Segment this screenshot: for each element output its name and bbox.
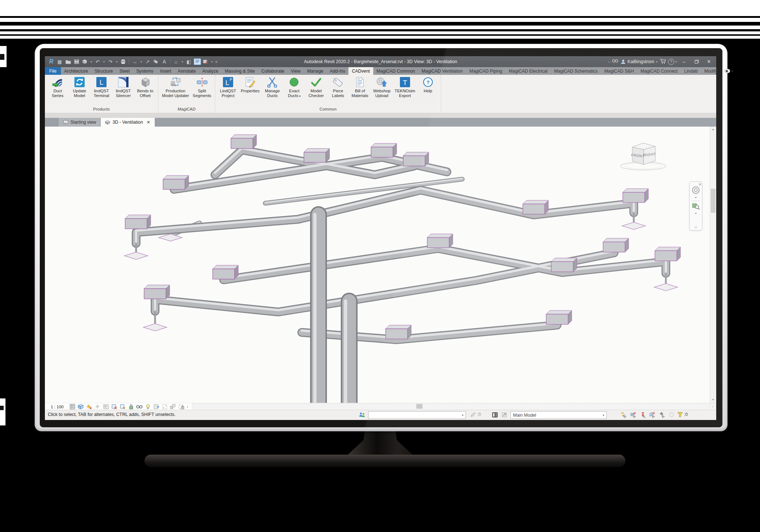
filter-icon[interactable] <box>676 411 684 418</box>
properties-button[interactable]: Properties <box>239 76 262 93</box>
add-to-set-icon[interactable] <box>500 411 508 418</box>
aligned-dimension-icon[interactable]: ↗ <box>144 58 151 66</box>
displaced-elements-icon[interactable] <box>169 404 177 410</box>
tab-collaborate[interactable]: Collaborate <box>258 67 288 75</box>
reveal-constraints-icon[interactable] <box>178 404 185 410</box>
redo-icon[interactable]: ↷ <box>107 58 114 66</box>
save-icon[interactable] <box>73 58 80 66</box>
help-button[interactable]: ? Help <box>417 76 439 93</box>
zoom-icon[interactable] <box>692 202 700 211</box>
dropdown-caret-icon[interactable]: ▾ <box>89 58 93 66</box>
steering-wheel-icon[interactable] <box>691 186 700 196</box>
scroll-right-icon[interactable]: › <box>710 403 716 410</box>
tab-view[interactable]: View <box>288 67 304 75</box>
tab-analyze[interactable]: Analyze <box>199 67 222 75</box>
tab-insert[interactable]: Insert <box>157 67 175 75</box>
temporary-view-properties-icon[interactable] <box>153 404 160 410</box>
drawing-canvas-3d-view[interactable] <box>46 127 703 403</box>
scale-button[interactable]: 1 : 100 <box>45 405 69 409</box>
dropdown-caret-icon[interactable]: ▾ <box>695 196 697 199</box>
crop-view-icon[interactable] <box>111 404 118 410</box>
tab-magicad-common[interactable]: MagiCAD Common <box>373 67 418 75</box>
tab-add-ins[interactable]: Add-Ins <box>327 67 348 75</box>
close-view-icon[interactable]: ✕ <box>147 120 150 125</box>
teknosim-export-button[interactable]: T TEKNOsim Export <box>393 76 417 98</box>
open-icon[interactable] <box>64 58 72 66</box>
collapse-view-bar-icon[interactable]: ‹ <box>187 405 188 409</box>
select-links-icon[interactable] <box>620 411 628 418</box>
piece-labels-button[interactable]: Piece Labels <box>327 76 349 98</box>
navbar-close-icon[interactable]: ⊗ <box>698 183 701 186</box>
show-rendering-dialog-icon[interactable] <box>102 404 109 410</box>
search-icon[interactable] <box>612 59 618 65</box>
bends-to-offset-button[interactable]: Bends to Offset <box>134 76 156 98</box>
drawing-area[interactable]: FRONT RIGHT ⊗ ▾ ▾ ⊙ ▲ <box>45 127 716 403</box>
dropdown-caret-icon[interactable]: ▾ <box>115 58 119 66</box>
design-options-icon[interactable] <box>491 411 499 418</box>
dropdown-caret-icon[interactable]: ▾ <box>139 58 143 66</box>
tab-magicad-sh[interactable]: MagiCAD S&H <box>601 67 637 75</box>
bill-of-materials-button[interactable]: Bill of Materials <box>349 76 371 98</box>
detail-level-icon[interactable] <box>69 404 76 410</box>
restore-button[interactable] <box>691 58 702 66</box>
measure-icon[interactable]: ↔ <box>131 58 139 66</box>
shadows-icon[interactable] <box>94 404 101 410</box>
text-icon[interactable]: A <box>161 58 168 66</box>
tab-structure[interactable]: Structure <box>91 67 116 75</box>
temporary-hide-isolate-icon[interactable] <box>136 404 143 410</box>
worksets-icon[interactable] <box>358 411 366 418</box>
tab-systems[interactable]: Systems <box>133 67 157 75</box>
lindqst-terminal-button[interactable]: L lindQST Terminal <box>90 76 112 98</box>
tab-file[interactable]: File <box>45 67 61 75</box>
tab-magicad-electrical[interactable]: MagiCAD Electrical <box>506 67 551 75</box>
file-properties-icon[interactable]: ▦ <box>56 58 63 66</box>
tag-icon[interactable] <box>152 58 160 66</box>
scroll-down-icon[interactable]: ▼ <box>710 397 716 403</box>
sync-icon[interactable] <box>81 58 89 66</box>
tab-cadvent[interactable]: CADvent <box>348 67 373 75</box>
tab-magicad-piping[interactable]: MagiCAD Piping <box>466 67 505 75</box>
minimize-button[interactable]: – <box>679 58 689 66</box>
tab-manage[interactable]: Manage <box>304 67 327 75</box>
revit-logo-icon[interactable]: R <box>47 58 55 66</box>
tab-modify[interactable]: Modify <box>701 67 721 75</box>
navbar-handle-icon[interactable]: ⊙ <box>694 225 697 229</box>
dropdown-caret-icon[interactable]: ▾ <box>210 58 214 66</box>
ribbon-display-toggle[interactable]: ▾ <box>724 67 733 75</box>
duct-series-button[interactable]: Duct Series <box>47 76 69 98</box>
dropdown-caret-icon[interactable]: ▾ <box>695 212 697 215</box>
section-icon[interactable]: ◧ <box>185 58 193 66</box>
active-workset-dropdown[interactable]: ▾ <box>368 411 466 419</box>
dropdown-caret-icon[interactable]: ▾ <box>181 58 184 66</box>
select-by-face-icon[interactable] <box>648 411 656 418</box>
tab-architecture[interactable]: Architecture <box>61 67 92 75</box>
analytical-model-icon[interactable] <box>161 404 168 410</box>
tab-lindab[interactable]: Lindab <box>681 67 701 75</box>
show-crop-region-icon[interactable] <box>119 404 126 410</box>
visual-style-icon[interactable] <box>77 404 84 410</box>
select-pinned-icon[interactable] <box>639 411 647 418</box>
drag-on-selection-icon[interactable] <box>658 411 666 418</box>
lindqst-silencer-button[interactable]: lindQST Silencer <box>112 76 134 98</box>
vertical-scrollbar-thumb[interactable] <box>711 189 715 213</box>
select-underlay-icon[interactable] <box>629 411 637 418</box>
exact-ducts-button[interactable]: Exact Ducts▾ <box>283 76 305 99</box>
user-menu[interactable]: KaiBingstrom ▾ <box>621 59 657 64</box>
lindqst-project-button[interactable]: LP LindQST Project <box>217 76 239 98</box>
collapse-arrow-icon[interactable]: ‹ <box>608 59 610 64</box>
tab-massing-site[interactable]: Massing & Site <box>221 67 258 75</box>
split-segments-button[interactable]: Split Segments <box>191 76 213 98</box>
design-option-dropdown[interactable]: Main Model ▾ <box>510 411 607 419</box>
tab-magicad-schematics[interactable]: MagiCAD Schematics <box>551 67 601 75</box>
viewcube[interactable]: FRONT RIGHT <box>618 140 669 172</box>
help-menu[interactable]: ? ▾ <box>668 59 677 65</box>
manage-ducts-button[interactable]: Manage DuctsDucts <box>261 76 283 98</box>
background-processes-icon[interactable] <box>667 411 675 418</box>
tab-steel[interactable]: Steel <box>116 67 133 75</box>
tab-magicad-ventilation[interactable]: MagiCAD Ventilation <box>418 67 466 75</box>
scroll-up-icon[interactable]: ▲ <box>710 127 716 132</box>
dropdown-caret-icon[interactable]: ▾ <box>102 58 106 66</box>
undo-icon[interactable]: ↶ <box>94 58 101 66</box>
webshop-upload-button[interactable]: Webshop Upload <box>371 76 393 98</box>
view-tab-3d-ventilation[interactable]: 3D - Ventilation ✕ <box>101 118 154 127</box>
